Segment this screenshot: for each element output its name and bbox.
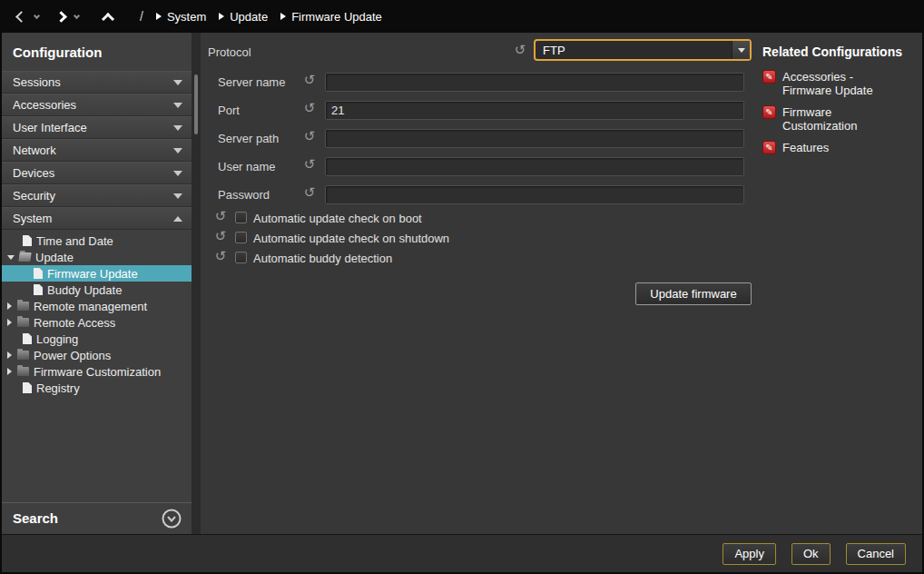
tree-item-update[interactable]: Update (2, 249, 192, 265)
server-path-input[interactable] (325, 129, 744, 148)
password-label: Password (218, 188, 270, 202)
tree-item-registry[interactable]: Registry (2, 380, 192, 396)
back-button[interactable] (13, 7, 29, 25)
folder-icon (17, 318, 29, 327)
chevron-down-icon (173, 193, 182, 199)
scrollbar-thumb[interactable] (194, 74, 198, 134)
related-configurations-panel: Related Configurations ✎ Accessories - F… (759, 33, 922, 154)
search-section[interactable]: Search (2, 502, 192, 533)
up-arrow-icon (102, 12, 114, 25)
sidebar-scrollbar[interactable] (192, 33, 201, 534)
password-input[interactable] (325, 185, 744, 204)
breadcrumb-update[interactable]: Update (219, 10, 268, 24)
folder-icon (17, 302, 29, 311)
related-title: Related Configurations (759, 33, 922, 59)
protocol-label: Protocol (208, 45, 251, 59)
edit-icon: ✎ (762, 70, 776, 84)
auto-update-shutdown-checkbox[interactable] (235, 232, 247, 243)
firmware-update-panel: Protocol ↺ FTP Server name ↺ Port ↺ Serv… (201, 33, 922, 534)
sidebar-item-devices[interactable]: Devices (2, 162, 192, 184)
system-tree: Time and Date Update Firmware Update Bud… (2, 230, 192, 396)
reset-server-path-icon[interactable]: ↺ (302, 130, 317, 144)
port-input[interactable] (325, 101, 744, 120)
reset-check-buddy-icon[interactable]: ↺ (213, 250, 228, 264)
reset-protocol-icon[interactable]: ↺ (513, 44, 527, 58)
protocol-dropdown[interactable]: FTP (534, 39, 752, 61)
search-expand-button[interactable] (161, 508, 182, 529)
caret-right-icon[interactable] (7, 302, 12, 310)
auto-update-boot-checkbox[interactable] (235, 212, 247, 223)
back-history-dropdown[interactable] (31, 9, 42, 24)
reset-check-boot-icon[interactable]: ↺ (213, 210, 228, 224)
page-icon (34, 284, 43, 295)
update-firmware-button[interactable]: Update firmware (635, 282, 752, 305)
navigation-toolbar: / System Update Firmware Update (0, 0, 924, 33)
related-item-accessories-firmware-update[interactable]: ✎ Accessories - Firmware Update (762, 70, 922, 97)
breadcrumb-root: / (140, 9, 143, 24)
sidebar-item-system[interactable]: System (2, 207, 192, 230)
chevron-down-icon (73, 12, 79, 18)
tree-item-logging[interactable]: Logging (2, 331, 192, 347)
sidebar-item-security[interactable]: Security (2, 184, 192, 207)
user-name-input[interactable] (325, 157, 744, 176)
back-arrow-icon (15, 11, 27, 23)
protocol-value: FTP (536, 41, 732, 59)
folder-icon (17, 351, 29, 360)
tree-item-remote-management[interactable]: Remote management (2, 298, 192, 314)
configuration-sidebar: Configuration Sessions Accessories User … (2, 33, 192, 534)
chevron-down-icon (173, 103, 182, 108)
breadcrumb-firmware-update[interactable]: Firmware Update (280, 10, 382, 24)
forward-button[interactable] (53, 7, 69, 25)
footer-bar: Apply Ok Cancel (2, 534, 922, 572)
chevron-down-icon (173, 171, 182, 176)
sidebar-item-network[interactable]: Network (2, 139, 192, 162)
edit-icon: ✎ (762, 105, 776, 119)
breadcrumb-arrow-icon (219, 13, 224, 20)
chevron-down-icon (173, 80, 182, 85)
page-icon (23, 235, 32, 246)
page-icon (23, 382, 32, 393)
setup-window: / System Update Firmware Update Configur… (0, 0, 924, 574)
reset-check-shutdown-icon[interactable]: ↺ (213, 230, 228, 244)
port-label: Port (218, 104, 240, 117)
chevron-down-icon (33, 12, 39, 18)
tree-item-firmware-customization[interactable]: Firmware Customization (2, 363, 192, 380)
server-name-input[interactable] (325, 73, 744, 92)
reset-user-name-icon[interactable]: ↺ (302, 158, 317, 173)
dropdown-arrow-button[interactable] (732, 41, 750, 59)
sidebar-item-user-interface[interactable]: User Interface (2, 116, 192, 139)
user-name-label: User name (218, 160, 276, 173)
sidebar-item-accessories[interactable]: Accessories (2, 94, 192, 116)
edit-icon: ✎ (762, 141, 776, 154)
ok-button[interactable]: Ok (791, 543, 831, 565)
reset-server-name-icon[interactable]: ↺ (302, 74, 317, 88)
reset-password-icon[interactable]: ↺ (302, 186, 317, 201)
sidebar-item-sessions[interactable]: Sessions (2, 71, 192, 94)
server-path-label: Server path (218, 132, 279, 145)
tree-item-remote-access[interactable]: Remote Access (2, 314, 192, 331)
tree-item-buddy-update[interactable]: Buddy Update (2, 282, 192, 298)
apply-button[interactable]: Apply (722, 543, 776, 565)
tree-item-time-and-date[interactable]: Time and Date (2, 233, 192, 249)
forward-history-dropdown[interactable] (71, 9, 82, 24)
tree-item-firmware-update[interactable]: Firmware Update (2, 265, 192, 282)
caret-right-icon[interactable] (7, 319, 12, 326)
chevron-down-icon (173, 148, 182, 153)
caret-right-icon[interactable] (7, 351, 12, 359)
reset-port-icon[interactable]: ↺ (302, 102, 317, 116)
sidebar-title: Configuration (2, 33, 192, 71)
related-item-features[interactable]: ✎ Features (762, 141, 922, 154)
tree-item-power-options[interactable]: Power Options (2, 347, 192, 363)
caret-right-icon[interactable] (7, 368, 12, 375)
auto-update-shutdown-label: Automatic update check on shutdown (253, 232, 449, 245)
cancel-button[interactable]: Cancel (846, 543, 906, 565)
auto-buddy-detection-label: Automatic buddy detection (253, 252, 392, 265)
chevron-up-icon (173, 216, 182, 222)
breadcrumb-system[interactable]: System (156, 10, 206, 24)
caret-down-icon[interactable] (7, 255, 15, 260)
folder-open-icon (18, 252, 31, 262)
page-icon (23, 333, 32, 344)
up-button[interactable] (100, 7, 116, 25)
related-item-firmware-customization[interactable]: ✎ Firmware Customization (762, 105, 922, 133)
auto-buddy-detection-checkbox[interactable] (235, 252, 247, 263)
